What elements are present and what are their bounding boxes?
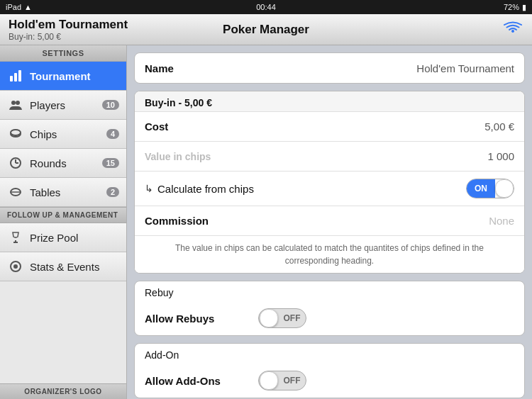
app-name: Poker Manager bbox=[223, 23, 309, 36]
addons-toggle-label: OFF bbox=[278, 376, 306, 386]
name-label: Name bbox=[145, 62, 258, 74]
sidebar-item-players[interactable]: Players 10 bbox=[0, 91, 126, 120]
sidebar-item-prizepool[interactable]: Prize Pool bbox=[0, 223, 126, 252]
name-value: Hold'em Tournament bbox=[258, 62, 514, 74]
value-in-chips-row[interactable]: Value in chips 1 000 bbox=[135, 142, 524, 172]
rounds-label: Rounds bbox=[30, 157, 102, 169]
svg-rect-1 bbox=[14, 73, 17, 82]
commission-row[interactable]: Commission None bbox=[135, 206, 524, 236]
allow-rebuys-label: Allow Rebuys bbox=[145, 313, 258, 325]
calculate-row[interactable]: ↳ Calculate from chips ON bbox=[135, 172, 524, 206]
rebuy-section: Rebuy Allow Rebuys OFF bbox=[134, 281, 525, 336]
wifi-icon bbox=[502, 20, 523, 40]
name-row: Name Hold'em Tournament bbox=[135, 53, 524, 83]
chips-badge: 4 bbox=[106, 129, 119, 139]
stats-label: Stats & Events bbox=[30, 261, 119, 273]
svg-point-15 bbox=[13, 264, 18, 269]
cost-value: 5,00 € bbox=[258, 120, 514, 133]
svg-point-3 bbox=[11, 101, 16, 105]
calculate-label: Calculate from chips bbox=[157, 183, 466, 195]
players-badge: 10 bbox=[102, 100, 119, 110]
addons-toggle-thumb bbox=[260, 371, 278, 390]
toggle-on-label: ON bbox=[467, 179, 495, 198]
commission-value: None bbox=[258, 215, 514, 227]
rebuys-toggle-label: OFF bbox=[278, 313, 306, 323]
svg-rect-2 bbox=[18, 70, 21, 82]
sidebar-item-stats[interactable]: Stats & Events bbox=[0, 252, 126, 281]
prizepool-icon bbox=[7, 229, 24, 246]
sidebar-item-tables[interactable]: Tables 2 bbox=[0, 178, 126, 207]
allow-addons-row[interactable]: Allow Add-Ons OFF bbox=[135, 364, 524, 398]
status-time: 00:44 bbox=[256, 3, 276, 11]
cost-label: Cost bbox=[145, 120, 258, 133]
header-title-block: Hold'em Tournament Buy-in: 5,00 € bbox=[9, 18, 128, 42]
cost-row[interactable]: Cost 5,00 € bbox=[135, 112, 524, 142]
header-title: Hold'em Tournament bbox=[9, 18, 128, 32]
main-content: Name Hold'em Tournament Buy-in - 5,00 € … bbox=[127, 45, 532, 399]
addons-toggle[interactable]: OFF bbox=[258, 371, 306, 390]
rounds-icon bbox=[7, 154, 24, 172]
tables-icon bbox=[7, 184, 24, 201]
status-bar: iPad ▲ 00:44 72% ▮ bbox=[0, 0, 532, 14]
chips-label: Chips bbox=[30, 128, 106, 140]
buyin-section: Buy-in - 5,00 € Cost 5,00 € Value in chi… bbox=[134, 91, 525, 274]
tables-badge: 2 bbox=[106, 187, 119, 197]
header-subtitle: Buy-in: 5,00 € bbox=[9, 32, 128, 42]
info-text: The value in chips can be calculated to … bbox=[135, 236, 524, 273]
name-section: Name Hold'em Tournament bbox=[134, 52, 525, 84]
prizepool-label: Prize Pool bbox=[30, 232, 119, 244]
wifi-status-icon: ▲ bbox=[24, 3, 32, 11]
sidebar-item-rounds[interactable]: Rounds 15 bbox=[0, 149, 126, 178]
rebuys-toggle-thumb bbox=[260, 309, 278, 327]
app-header: Hold'em Tournament Buy-in: 5,00 € Poker … bbox=[0, 14, 532, 45]
toggle-thumb bbox=[495, 179, 514, 198]
svg-rect-0 bbox=[10, 76, 13, 82]
follow-header: FOLLOW UP & MANAGEMENT bbox=[0, 207, 126, 223]
rounds-badge: 15 bbox=[102, 158, 119, 168]
players-label: Players bbox=[30, 99, 102, 111]
tournament-label: Tournament bbox=[30, 70, 119, 82]
rebuy-header: Rebuy bbox=[135, 281, 524, 301]
status-bar-left: iPad ▲ bbox=[6, 3, 32, 11]
allow-addons-label: Allow Add-Ons bbox=[145, 375, 258, 387]
rebuys-toggle[interactable]: OFF bbox=[258, 308, 306, 328]
calculate-toggle[interactable]: ON bbox=[466, 179, 514, 198]
players-icon bbox=[7, 96, 24, 113]
allow-rebuys-row[interactable]: Allow Rebuys OFF bbox=[135, 301, 524, 335]
chips-icon bbox=[7, 125, 24, 142]
value-in-chips-placeholder: Value in chips bbox=[145, 151, 258, 162]
calculate-arrow-icon: ↳ bbox=[145, 183, 153, 194]
status-bar-right: 72% ▮ bbox=[504, 3, 526, 12]
svg-point-6 bbox=[11, 130, 21, 135]
addon-header: Add-On bbox=[135, 344, 524, 364]
buyin-header: Buy-in - 5,00 € bbox=[135, 91, 524, 112]
svg-point-4 bbox=[16, 101, 20, 105]
stats-icon bbox=[7, 258, 24, 275]
battery-icon: ▮ bbox=[522, 3, 526, 12]
battery-percent: 72% bbox=[504, 3, 519, 11]
tournament-icon bbox=[7, 67, 24, 84]
sidebar-item-chips[interactable]: Chips 4 bbox=[0, 120, 126, 149]
main-layout: SETTINGS Tournament Players bbox=[0, 45, 532, 399]
tables-label: Tables bbox=[30, 186, 106, 198]
settings-header: SETTINGS bbox=[0, 45, 126, 62]
value-in-chips-value: 1 000 bbox=[258, 150, 514, 162]
ipad-label: iPad bbox=[6, 3, 21, 11]
sidebar-item-tournament[interactable]: Tournament bbox=[0, 62, 126, 91]
sidebar: SETTINGS Tournament Players bbox=[0, 45, 127, 399]
commission-label: Commission bbox=[145, 215, 258, 227]
addon-section: Add-On Allow Add-Ons OFF bbox=[134, 343, 525, 398]
organizer-header: ORGANIZER'S LOGO bbox=[0, 383, 126, 399]
